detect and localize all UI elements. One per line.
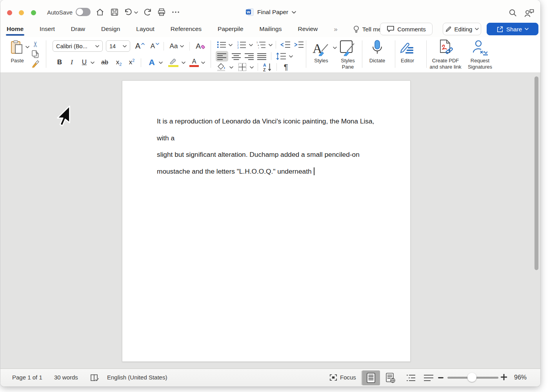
- line-spacing-chevron-icon[interactable]: [289, 55, 293, 58]
- tab-home[interactable]: Home: [7, 23, 24, 36]
- zoom-percentage[interactable]: 96%: [514, 374, 527, 381]
- document-text[interactable]: It is a reproduction of Leonardo da Vinc…: [157, 113, 379, 180]
- increase-indent-icon: [294, 41, 304, 48]
- request-signatures-button[interactable]: [471, 39, 489, 56]
- multilevel-list-button[interactable]: 1ai: [255, 40, 267, 50]
- document-canvas[interactable]: It is a reproduction of Leonardo da Vinc…: [0, 73, 540, 368]
- tell-me-button[interactable]: Tell me: [353, 25, 382, 34]
- print-layout-view-button[interactable]: [362, 370, 380, 385]
- zoom-window-button[interactable]: [31, 10, 36, 15]
- sort-button[interactable]: AZ: [262, 62, 273, 72]
- tab-review[interactable]: Review: [298, 23, 318, 36]
- clear-formatting-button[interactable]: A: [193, 40, 207, 52]
- align-left-button[interactable]: [216, 51, 228, 62]
- strikethrough-button[interactable]: ab: [98, 57, 111, 68]
- format-painter-button[interactable]: [29, 59, 40, 69]
- create-pdf-share-link-button[interactable]: [436, 39, 454, 56]
- search-button[interactable]: [508, 8, 517, 17]
- comments-button[interactable]: Comments: [380, 23, 433, 35]
- text-effects-chevron-icon[interactable]: [159, 62, 163, 64]
- multilevel-chevron-icon[interactable]: [269, 44, 273, 46]
- decrease-indent-button[interactable]: [280, 40, 291, 50]
- tab-paperpile[interactable]: Paperpile: [218, 23, 244, 36]
- draft-view-button[interactable]: [420, 370, 438, 385]
- borders-chevron-icon[interactable]: [250, 66, 254, 69]
- print-button[interactable]: [157, 7, 166, 17]
- undo-button[interactable]: [123, 7, 133, 17]
- shading-button[interactable]: [216, 62, 227, 72]
- styles-pane-label-1: Styles: [341, 58, 354, 64]
- share-button[interactable]: Share: [487, 23, 538, 35]
- bold-button[interactable]: B: [55, 57, 65, 68]
- borders-button[interactable]: [236, 62, 248, 72]
- document-page[interactable]: It is a reproduction of Leonardo da Vinc…: [122, 80, 411, 362]
- underline-chevron-icon[interactable]: [91, 62, 95, 64]
- font-color-button[interactable]: A: [188, 57, 200, 68]
- spellcheck-status-button[interactable]: [90, 373, 99, 384]
- presence-share-button[interactable]: [524, 8, 535, 18]
- document-title-menu[interactable]: W Final Paper: [246, 8, 296, 16]
- close-window-button[interactable]: [7, 10, 12, 15]
- copy-button[interactable]: [30, 49, 40, 59]
- redo-icon: [143, 7, 152, 17]
- align-right-button[interactable]: [244, 51, 255, 62]
- font-name-combobox[interactable]: Calibri (Bo...: [53, 40, 103, 52]
- italic-button[interactable]: I: [67, 57, 76, 68]
- line-spacing-button[interactable]: [275, 51, 287, 62]
- bullets-chevron-icon[interactable]: [229, 44, 233, 46]
- superscript-button[interactable]: x2: [126, 57, 137, 68]
- shrink-font-button[interactable]: A: [149, 40, 161, 52]
- styles-chevron-icon[interactable]: [333, 47, 337, 49]
- page-count-indicator[interactable]: Page 1 of 1: [12, 374, 42, 381]
- redo-button[interactable]: [143, 7, 152, 17]
- minimize-window-button[interactable]: [19, 10, 24, 15]
- font-size-combobox[interactable]: 14: [106, 40, 130, 52]
- tab-references[interactable]: References: [171, 23, 202, 36]
- paste-button[interactable]: [8, 40, 25, 55]
- underline-button[interactable]: U: [80, 57, 89, 68]
- editing-mode-button[interactable]: Editing: [443, 23, 481, 35]
- tab-mailings[interactable]: Mailings: [260, 23, 282, 36]
- styles-button[interactable]: A: [311, 40, 331, 56]
- tab-insert[interactable]: Insert: [40, 23, 55, 36]
- language-indicator[interactable]: English (United States): [107, 374, 167, 381]
- save-button[interactable]: [110, 7, 119, 17]
- numbering-button[interactable]: 123: [236, 40, 247, 50]
- tab-draw[interactable]: Draw: [71, 23, 85, 36]
- pdf-link-icon: [437, 39, 454, 56]
- text-effects-button[interactable]: A: [145, 57, 158, 68]
- autosave-toggle[interactable]: [76, 8, 91, 16]
- zoom-in-button[interactable]: [501, 374, 507, 382]
- tab-design[interactable]: Design: [101, 23, 120, 36]
- styles-pane-button[interactable]: [338, 40, 357, 56]
- increase-indent-button[interactable]: [293, 40, 305, 50]
- home-button[interactable]: [95, 7, 105, 17]
- shading-chevron-icon[interactable]: [229, 66, 233, 69]
- tab-overflow-chevrons[interactable]: »: [334, 25, 336, 33]
- tab-layout[interactable]: Layout: [136, 23, 155, 36]
- bullets-button[interactable]: [216, 40, 227, 50]
- numbering-chevron-icon[interactable]: [249, 44, 253, 46]
- focus-mode-button[interactable]: [329, 374, 338, 383]
- outline-view-button[interactable]: [402, 370, 420, 385]
- word-count-indicator[interactable]: 30 words: [54, 374, 78, 381]
- align-center-button[interactable]: [231, 51, 242, 62]
- undo-menu-chevron-icon[interactable]: [134, 11, 138, 14]
- vertical-scrollbar-thumb[interactable]: [534, 76, 538, 270]
- grow-font-button[interactable]: A: [134, 40, 146, 52]
- zoom-slider-knob[interactable]: [467, 373, 476, 382]
- font-color-chevron-icon[interactable]: [201, 62, 205, 64]
- more-commands-button[interactable]: [171, 10, 180, 15]
- dictate-button[interactable]: [368, 39, 386, 56]
- web-layout-view-button[interactable]: [382, 370, 400, 385]
- cut-button[interactable]: ✂: [31, 39, 40, 49]
- show-paragraph-marks-button[interactable]: ¶: [280, 62, 291, 72]
- highlight-button[interactable]: [167, 57, 180, 68]
- change-case-button[interactable]: Aa: [167, 40, 186, 52]
- zoom-out-button[interactable]: [438, 374, 446, 382]
- paste-chevron-icon[interactable]: [25, 46, 29, 48]
- subscript-button[interactable]: x2: [113, 57, 124, 68]
- editor-button[interactable]: [399, 40, 416, 56]
- justify-button[interactable]: [256, 51, 268, 62]
- highlight-chevron-icon[interactable]: [182, 62, 185, 64]
